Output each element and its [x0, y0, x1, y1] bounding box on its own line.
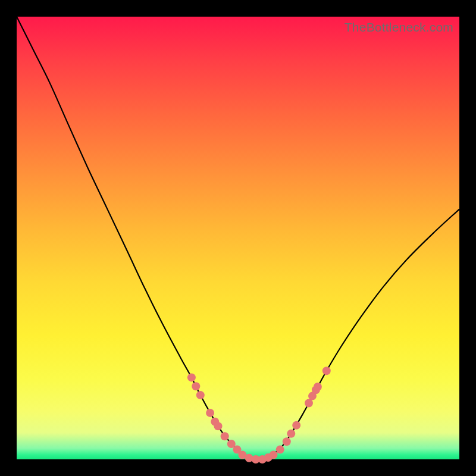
watermark-text: TheBottleneck.com	[345, 20, 453, 35]
data-marker	[214, 422, 223, 430]
data-marker	[270, 451, 278, 459]
data-marker	[314, 383, 322, 391]
bottleneck-curve	[17, 17, 459, 459]
data-marker	[287, 430, 295, 438]
marker-group	[187, 367, 331, 464]
data-marker	[192, 382, 200, 390]
data-marker	[206, 409, 214, 417]
data-marker	[283, 437, 291, 446]
data-marker	[292, 421, 300, 430]
data-marker	[221, 432, 229, 440]
chart-svg	[17, 17, 459, 459]
chart-plot-area: TheBottleneck.com	[17, 17, 459, 459]
data-marker	[322, 367, 331, 375]
data-marker	[305, 399, 313, 408]
data-marker	[196, 391, 205, 399]
data-marker	[276, 446, 284, 454]
data-marker	[187, 373, 196, 381]
